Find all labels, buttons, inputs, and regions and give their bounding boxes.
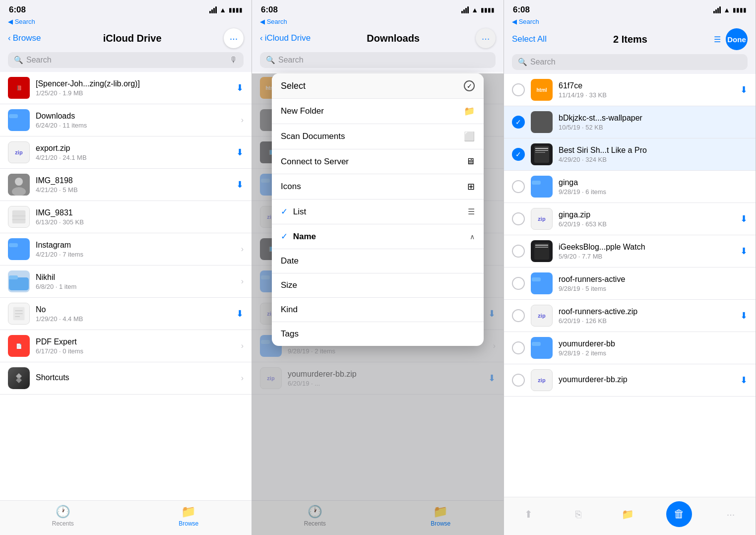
- file-info: [Spencer-Joh...zing(z-lib.org)] 1/25/20 …: [36, 79, 236, 97]
- context-menu: Select ✓ New Folder 📁 Scan Documents ⬜ C…: [272, 73, 484, 346]
- file-meta: 6/20/19 · 126 KB: [559, 317, 740, 325]
- menu-date[interactable]: Date: [272, 249, 484, 273]
- file-meta: 4/21/20 · 7 items: [36, 251, 237, 258]
- move-button[interactable]: 📁: [617, 503, 638, 525]
- file-icon: [531, 337, 553, 359]
- share-button[interactable]: ⬆: [518, 503, 540, 525]
- list-item[interactable]: zip roof-runners-active.zip 6/20/19 · 12…: [504, 300, 756, 332]
- mic-icon-1[interactable]: 🎙: [230, 56, 238, 65]
- more-menu-button-1[interactable]: ···: [224, 28, 244, 48]
- file-info: export.zip 4/21/20 · 24.1 MB: [36, 144, 236, 161]
- menu-connect[interactable]: Connect to Server 🖥: [272, 149, 484, 174]
- tab-recents-1[interactable]: 🕐 Recents: [0, 505, 126, 527]
- select-circle[interactable]: [512, 83, 525, 96]
- file-icon: html: [531, 79, 553, 101]
- file-meta: 9/28/19 · 6 items: [559, 188, 748, 196]
- menu-name[interactable]: ✓ Name ∧: [272, 224, 484, 249]
- file-icon: 📄: [8, 335, 30, 357]
- cloud-download-icon[interactable]: ⬇: [740, 84, 748, 95]
- cloud-download-icon[interactable]: ⬇: [236, 147, 244, 158]
- select-circle[interactable]: [512, 341, 525, 354]
- search-bar-2[interactable]: 🔍 Search: [260, 52, 496, 68]
- file-icon: [8, 270, 30, 292]
- new-folder-icon: 📁: [464, 106, 475, 117]
- chevron-up-icon: ∧: [470, 233, 475, 241]
- list-item[interactable]: 📄 PDF Expert 6/17/20 · 0 items ›: [0, 330, 252, 362]
- list-item[interactable]: roof-runners-active 9/28/19 · 5 items: [504, 268, 756, 300]
- list-item[interactable]: iGeeksBlog...pple Watch 5/9/20 · 7.7 MB …: [504, 235, 756, 268]
- select-circle[interactable]: [512, 374, 525, 387]
- tab-browse-1[interactable]: 📁 Browse: [126, 505, 252, 527]
- done-button[interactable]: Done: [726, 28, 748, 50]
- list-item[interactable]: ginga 9/28/19 · 6 items: [504, 171, 756, 203]
- search-icon-3: 🔍: [518, 58, 527, 67]
- select-circle[interactable]: ✓: [512, 116, 525, 129]
- menu-icons[interactable]: Icons ⊞: [272, 174, 484, 200]
- cloud-download-icon[interactable]: ⬇: [740, 375, 748, 386]
- menu-tags[interactable]: Tags: [272, 322, 484, 346]
- delete-button[interactable]: 🗑: [666, 501, 692, 527]
- search-bar-3[interactable]: 🔍 Search: [512, 54, 748, 70]
- file-info: iGeeksBlog...pple Watch 5/9/20 · 7.7 MB: [559, 243, 740, 260]
- menu-list[interactable]: ✓ List ☰: [272, 200, 484, 224]
- menu-kind[interactable]: Kind: [272, 298, 484, 322]
- menu-scan[interactable]: Scan Documents ⬜: [272, 124, 484, 149]
- copy-button[interactable]: ⎘: [567, 503, 589, 525]
- browse-icon-1: 📁: [181, 505, 196, 519]
- list-item[interactable]: youmurderer-bb 9/28/19 · 2 items: [504, 332, 756, 364]
- select-circle[interactable]: [512, 277, 525, 290]
- status-bar-1: 6:08 ▲ ▮▮▮▮: [0, 0, 252, 18]
- file-info: Downloads 6/24/20 · 11 items: [36, 112, 237, 129]
- cloud-download-icon[interactable]: ⬇: [236, 82, 244, 93]
- list-item[interactable]: Shortcuts ›: [0, 362, 252, 395]
- select-circle[interactable]: [512, 180, 525, 193]
- list-view-icon[interactable]: ☰: [714, 35, 721, 44]
- cloud-download-icon[interactable]: ⬇: [236, 308, 244, 319]
- more-menu-button-2[interactable]: ···: [476, 28, 496, 48]
- list-item[interactable]: ✓ bDkjzkc-st...s-wallpaper 10/5/19 · 52 …: [504, 106, 756, 138]
- list-item[interactable]: zip youmurderer-bb.zip ⬇: [504, 364, 756, 397]
- menu-select[interactable]: Select ✓: [272, 73, 484, 99]
- list-item[interactable]: No 1/29/20 · 4.4 MB ⬇: [0, 298, 252, 330]
- cloud-download-icon[interactable]: ⬇: [236, 179, 244, 190]
- menu-new-folder[interactable]: New Folder 📁: [272, 99, 484, 124]
- nav-back-1[interactable]: ‹ Browse: [8, 33, 41, 43]
- file-icon: [531, 111, 553, 133]
- list-item[interactable]: IMG_9831 6/13/20 · 305 KB: [0, 201, 252, 233]
- cloud-download-icon[interactable]: ⬇: [740, 310, 748, 321]
- list-item[interactable]: Instagram 4/21/20 · 7 items ›: [0, 233, 252, 266]
- select-all-button[interactable]: Select All: [512, 34, 547, 44]
- panel-downloads: 6:08 ▲ ▮▮▮▮ ◀ Search ‹ iCloud Drive Down…: [252, 0, 504, 535]
- list-item[interactable]: zip ginga.zip 6/20/19 · 653 KB ⬇: [504, 203, 756, 235]
- file-icon: 📕: [8, 77, 30, 99]
- select-circle[interactable]: [512, 245, 525, 258]
- status-time-1: 6:08: [9, 5, 26, 15]
- nav-bar-2: ‹ iCloud Drive Downloads ···: [252, 26, 504, 52]
- file-info: Instagram 4/21/20 · 7 items: [36, 241, 237, 258]
- list-item[interactable]: zip export.zip 4/21/20 · 24.1 MB ⬇: [0, 136, 252, 169]
- select-circle[interactable]: [512, 309, 525, 322]
- nav-back-2[interactable]: ‹ iCloud Drive: [260, 33, 311, 43]
- file-info: ginga.zip 6/20/19 · 653 KB: [559, 210, 740, 228]
- file-name: ginga.zip: [559, 210, 740, 219]
- cloud-download-icon[interactable]: ⬇: [740, 246, 748, 257]
- file-info: youmurderer-bb 9/28/19 · 2 items: [559, 339, 748, 357]
- file-icon: zip: [8, 141, 30, 163]
- select-circle[interactable]: [512, 212, 525, 225]
- more-button[interactable]: ···: [720, 503, 742, 525]
- file-name: [Spencer-Joh...zing(z-lib.org)]: [36, 79, 236, 88]
- list-item[interactable]: Nikhil 6/8/20 · 1 item ›: [0, 266, 252, 298]
- search-bar-1[interactable]: 🔍 Search 🎙: [8, 52, 244, 68]
- size-label: Size: [281, 280, 297, 290]
- list-item[interactable]: Downloads 6/24/20 · 11 items ›: [0, 104, 252, 136]
- file-info: youmurderer-bb.zip: [559, 375, 740, 385]
- cloud-download-icon[interactable]: ⬇: [740, 213, 748, 224]
- list-item[interactable]: IMG_8198 4/21/20 · 5 MB ⬇: [0, 169, 252, 201]
- file-meta: 10/5/19 · 52 KB: [559, 124, 748, 131]
- menu-size[interactable]: Size: [272, 273, 484, 298]
- list-item[interactable]: ✓ Best Siri Sh...t Like a Pro 4/29/20 · …: [504, 138, 756, 171]
- list-item[interactable]: 📕 [Spencer-Joh...zing(z-lib.org)] 1/25/2…: [0, 72, 252, 104]
- file-meta: 9/28/19 · 5 items: [559, 285, 748, 292]
- select-circle[interactable]: ✓: [512, 148, 525, 161]
- list-item[interactable]: html 61f7ce 11/14/19 · 33 KB ⬇: [504, 74, 756, 106]
